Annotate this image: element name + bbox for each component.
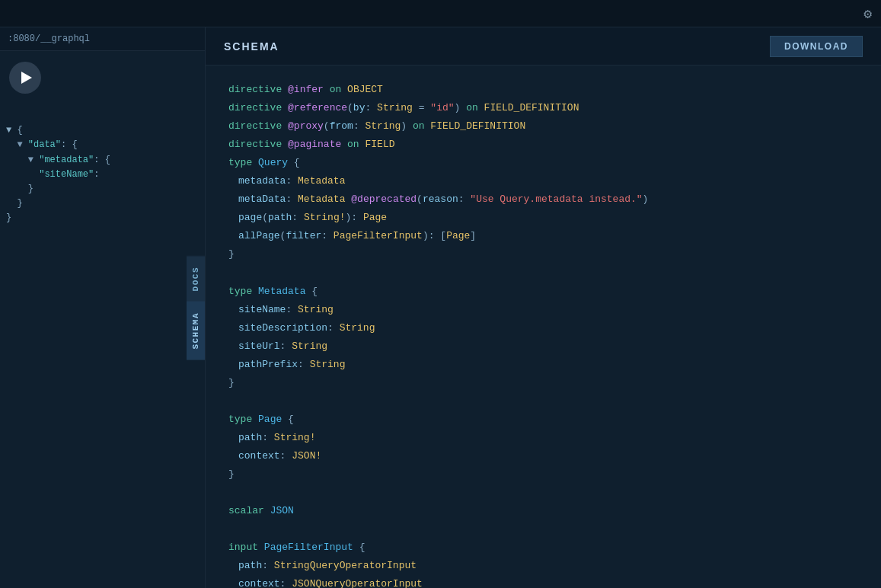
schema-header: SCHEMA DOWNLOAD (206, 27, 881, 66)
schema-line: directive @paginate on FIELD (228, 136, 858, 154)
schema-line: directive @proxy(from: String) on FIELD_… (228, 117, 858, 136)
schema-line: type Page { (228, 411, 858, 429)
gear-icon[interactable]: ⚙ (863, 5, 872, 22)
schema-line (228, 392, 858, 411)
schema-title: SCHEMA (224, 40, 279, 53)
sidebar-content: ▼ { ▼ "data": { ▼ "metadata": { "siteNam… (0, 101, 205, 588)
side-tabs: DOCS SCHEMA (187, 255, 205, 360)
schema-line: siteUrl: String (228, 337, 858, 356)
schema-line: type Metadata { (228, 283, 858, 301)
main-area: :8080/__graphql ▼ { ▼ "data": { ▼ "metad… (0, 27, 881, 588)
right-panel: SCHEMA DOWNLOAD directive @infer on OBJE… (206, 27, 881, 588)
code-tree: ▼ { ▼ "data": { ▼ "metadata": { "siteNam… (6, 109, 199, 241)
schema-body[interactable]: directive @infer on OBJECT directive @re… (206, 66, 881, 588)
schema-line (228, 264, 858, 282)
schema-line: directive @reference(by: String = "id") … (228, 99, 858, 117)
sidebar: :8080/__graphql ▼ { ▼ "data": { ▼ "metad… (0, 27, 206, 588)
schema-line: allPage(filter: PageFilterInput): [Page] (228, 227, 858, 245)
schema-line: path: String! (228, 429, 858, 447)
schema-line: } (228, 245, 858, 264)
tab-docs[interactable]: DOCS (187, 255, 205, 302)
top-bar: ⚙ (0, 0, 881, 27)
schema-line (228, 520, 858, 538)
schema-line: } (228, 465, 858, 484)
schema-line: type Query { (228, 154, 858, 172)
tab-schema[interactable]: SCHEMA (187, 302, 205, 360)
schema-line: path: StringQueryOperatorInput (228, 557, 858, 575)
schema-line: } (228, 374, 858, 392)
schema-line: siteDescription: String (228, 319, 858, 337)
schema-line (228, 484, 858, 502)
schema-line: context: JSONQueryOperatorInput (228, 575, 858, 588)
schema-line: directive @infer on OBJECT (228, 81, 858, 99)
schema-line: metadata: Metadata (228, 172, 858, 190)
schema-line: metaData: Metadata @deprecated(reason: "… (228, 190, 858, 209)
schema-line: siteName: String (228, 301, 858, 319)
play-button[interactable] (9, 62, 41, 94)
schema-line: page(path: String!): Page (228, 209, 858, 227)
schema-line: pathPrefix: String (228, 356, 858, 374)
sidebar-url: :8080/__graphql (0, 27, 205, 51)
schema-line: scalar JSON (228, 502, 858, 520)
schema-line: input PageFilterInput { (228, 538, 858, 557)
schema-line: context: JSON! (228, 447, 858, 465)
download-button[interactable]: DOWNLOAD (770, 36, 863, 57)
